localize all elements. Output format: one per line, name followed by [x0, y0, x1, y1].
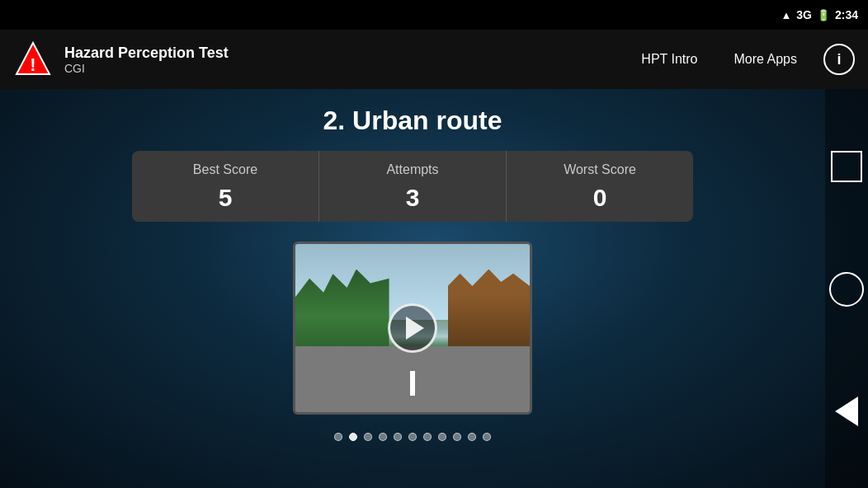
svg-text:!: ! — [30, 54, 35, 75]
best-score-cell: Best Score 5 — [132, 151, 319, 222]
worst-score-cell: Worst Score 0 — [507, 151, 693, 222]
app-title-sub: CGI — [64, 62, 229, 75]
dot-indicator[interactable] — [349, 433, 357, 441]
dot-indicator[interactable] — [483, 433, 491, 441]
dot-indicator[interactable] — [394, 433, 402, 441]
dot-indicator[interactable] — [379, 433, 387, 441]
hpt-intro-button[interactable]: HPT Intro — [631, 45, 707, 73]
warning-triangle-icon: ! — [13, 40, 53, 79]
worst-score-label: Worst Score — [564, 162, 636, 177]
square-nav-button[interactable] — [831, 151, 862, 182]
best-score-value: 5 — [219, 184, 233, 212]
play-button[interactable] — [388, 303, 437, 353]
info-button[interactable]: i — [823, 44, 855, 75]
dot-indicator[interactable] — [423, 433, 432, 441]
score-table: Best Score 5 Attempts 3 Worst Score 0 — [132, 151, 693, 222]
attempts-value: 3 — [406, 184, 420, 212]
nav-bar: ! Hazard Perception Test CGI HPT Intro M… — [0, 30, 868, 89]
app-title-block: Hazard Perception Test CGI — [64, 45, 229, 75]
main-content: 2. Urban route Best Score 5 Attempts 3 W… — [0, 89, 825, 458]
circle-nav-button[interactable] — [829, 272, 864, 307]
play-icon — [406, 317, 424, 340]
dot-indicator[interactable] — [468, 433, 476, 441]
signal-icon: ▲ — [781, 9, 791, 21]
app-logo: ! Hazard Perception Test CGI — [13, 40, 631, 79]
worst-score-value: 0 — [593, 184, 607, 212]
attempts-cell: Attempts 3 — [319, 151, 507, 222]
status-icons: ▲ 3G 🔋 2:34 — [781, 8, 858, 21]
dot-indicator[interactable] — [334, 433, 342, 441]
alert-icon: ! — [13, 40, 53, 79]
video-thumbnail[interactable] — [293, 242, 532, 415]
road-line — [410, 371, 415, 396]
route-title: 2. Urban route — [323, 106, 502, 136]
dot-indicator[interactable] — [438, 433, 446, 441]
dot-indicator[interactable] — [364, 433, 372, 441]
more-apps-button[interactable]: More Apps — [724, 45, 807, 73]
app-title-main: Hazard Perception Test — [64, 45, 229, 62]
nav-actions: HPT Intro More Apps i — [631, 44, 855, 75]
attempts-label: Attempts — [386, 162, 438, 177]
battery-icon: 🔋 — [817, 9, 830, 21]
right-nav — [825, 89, 868, 488]
trees-right — [448, 270, 530, 354]
signal-label: 3G — [796, 8, 812, 21]
dots-indicator — [334, 433, 491, 441]
back-nav-button[interactable] — [835, 396, 858, 426]
time-label: 2:34 — [835, 8, 858, 21]
dot-indicator[interactable] — [453, 433, 461, 441]
dot-indicator[interactable] — [408, 433, 417, 441]
status-bar: ▲ 3G 🔋 2:34 — [0, 0, 868, 30]
best-score-label: Best Score — [193, 162, 257, 177]
